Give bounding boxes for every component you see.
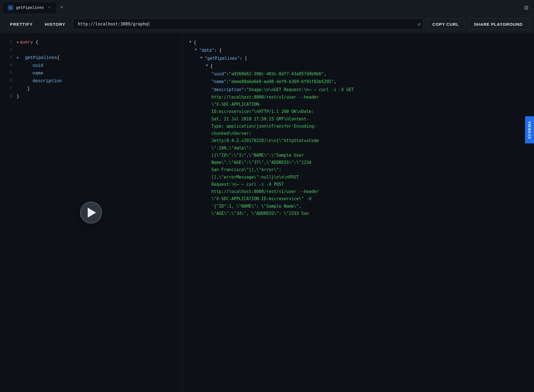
query-editor[interactable]: 1 ▼query { 2 3 ▼ getPipelines{ 4: [0, 33, 183, 392]
json-line-data: ▼ "data": {: [195, 47, 527, 54]
line-content: description: [17, 78, 178, 85]
tab-getPipelines[interactable]: G getPipelines ×: [3, 2, 56, 13]
line-number: 4: [4, 62, 12, 69]
collapse-icon[interactable]: ▼: [195, 47, 198, 53]
gear-icon[interactable]: ⚙: [524, 3, 528, 12]
editor-line-4: 4 uuid: [0, 62, 182, 70]
editor-line-1: 1 ▼query {: [0, 39, 182, 47]
editor-line-5: 5 name: [0, 70, 182, 78]
json-line-open: ▼ {: [189, 39, 527, 47]
add-tab-button[interactable]: +: [57, 3, 66, 12]
json-description-start: "description": "Usage:\n\nGET Request:\n…: [211, 86, 527, 94]
line-number: 1: [4, 39, 12, 45]
line-content: name: [17, 70, 178, 77]
schema-tab-label: SCHEMA: [527, 121, 533, 139]
reset-url-icon[interactable]: ↺: [418, 21, 421, 27]
url-wrapper: ↺: [73, 19, 423, 30]
tab-close-button[interactable]: ×: [47, 5, 52, 10]
line-content: ▼query {: [17, 39, 178, 46]
line-number: 6: [4, 78, 12, 84]
line-number: 7: [4, 85, 12, 92]
line-content: uuid: [17, 62, 178, 69]
json-uuid: "uuid": "a9268b62-390c-403c-8df7-43a857d…: [211, 70, 527, 78]
line-number: 3: [4, 54, 12, 61]
editor-line-3: 3 ▼ getPipelines{: [0, 54, 182, 62]
history-button[interactable]: HISTORY: [40, 20, 70, 29]
url-input[interactable]: [73, 19, 423, 30]
line-number: 8: [4, 93, 12, 100]
editor-line-6: 6 description: [0, 78, 182, 85]
json-name: "name": "demo88a6e6e9-ea98-4ef9-b369-6f9…: [211, 78, 527, 86]
editor-line-7: 7 }: [0, 85, 182, 93]
collapse-icon[interactable]: ▼: [17, 41, 19, 45]
share-playground-button[interactable]: SHARE PLAYGROUND: [468, 19, 528, 30]
line-number: 2: [4, 47, 12, 53]
run-query-button[interactable]: [80, 202, 102, 224]
collapse-icon[interactable]: ▼: [189, 39, 193, 45]
schema-tab[interactable]: SCHEMA: [525, 116, 534, 143]
line-content: ▼ getPipelines{: [17, 54, 178, 62]
line-content: [17, 47, 178, 54]
line-number: 5: [4, 70, 12, 76]
play-triangle-icon: [88, 208, 96, 218]
tab-icon: G: [8, 5, 13, 11]
copy-curl-button[interactable]: COPY CURL: [426, 19, 465, 30]
json-line-array-open: ▼ {: [206, 62, 527, 70]
editor-line-2: 2: [0, 47, 182, 54]
json-line-getPipelines: ▼ "getPipelines": [: [200, 55, 527, 62]
tab-bar: G getPipelines × + ⚙: [0, 0, 534, 16]
line-content: }: [17, 93, 178, 100]
tab-label: getPipelines: [16, 6, 44, 10]
collapse-icon[interactable]: ▼: [17, 56, 19, 60]
line-content: }: [17, 85, 178, 93]
json-description-body: http://localhost:8000/rest/v1/user --hea…: [211, 94, 527, 217]
collapse-icon[interactable]: ▼: [206, 63, 209, 68]
editor-line-8: 8 }: [0, 93, 182, 101]
collapse-icon[interactable]: ▼: [200, 55, 204, 61]
toolbar: PRETTIFY HISTORY ↺ COPY CURL SHARE PLAYG…: [0, 16, 534, 33]
response-panel: ▼ { ▼ "data": { ▼ "getPipelines": [ ▼ { …: [183, 33, 534, 392]
main-content: 1 ▼query { 2 3 ▼ getPipelines{ 4: [0, 33, 534, 392]
prettify-button[interactable]: PRETTIFY: [6, 20, 37, 29]
play-button-container: [80, 202, 102, 224]
